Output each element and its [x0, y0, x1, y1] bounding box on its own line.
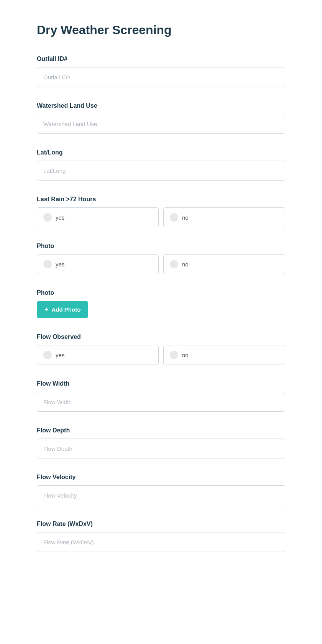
flow-depth-input[interactable]: [37, 439, 285, 458]
flow-width-label: Flow Width: [37, 380, 285, 387]
flow-velocity-section: Flow Velocity: [37, 474, 285, 505]
flow-depth-section: Flow Depth: [37, 427, 285, 458]
flow-observed-no-label: no: [182, 352, 189, 358]
watershed-land-use-section: Watershed Land Use: [37, 102, 285, 134]
photo-yn-yes-label: yes: [56, 261, 64, 268]
add-photo-label: Add Photo: [52, 306, 81, 313]
add-photo-button[interactable]: + Add Photo: [37, 301, 88, 318]
photo-yn-no-option[interactable]: no: [163, 254, 285, 274]
photo-yn-label: Photo: [37, 243, 285, 250]
last-rain-no-option[interactable]: no: [163, 207, 285, 227]
flow-velocity-label: Flow Velocity: [37, 474, 285, 481]
outfall-id-input[interactable]: [37, 67, 285, 87]
photo-upload-label: Photo: [37, 289, 285, 296]
lat-long-label: Lat/Long: [37, 149, 285, 156]
last-rain-yes-option[interactable]: yes: [37, 207, 159, 227]
last-rain-yes-label: yes: [56, 214, 64, 221]
lat-long-input[interactable]: [37, 161, 285, 181]
last-rain-label: Last Rain >72 Hours: [37, 196, 285, 203]
flow-observed-radio-group: yes no: [37, 345, 285, 365]
photo-yn-yes-radio: [43, 260, 52, 268]
last-rain-section: Last Rain >72 Hours yes no: [37, 196, 285, 227]
flow-velocity-input[interactable]: [37, 485, 285, 505]
flow-rate-section: Flow Rate (WxDxV): [37, 521, 285, 552]
flow-observed-label: Flow Observed: [37, 334, 285, 340]
outfall-id-section: Outfall ID#: [37, 56, 285, 87]
flow-rate-input[interactable]: [37, 532, 285, 552]
flow-observed-yes-option[interactable]: yes: [37, 345, 159, 365]
flow-observed-section: Flow Observed yes no: [37, 334, 285, 365]
flow-observed-no-radio: [170, 351, 178, 359]
flow-observed-yes-label: yes: [56, 352, 64, 358]
last-rain-radio-group: yes no: [37, 207, 285, 227]
last-rain-no-label: no: [182, 214, 189, 221]
flow-depth-label: Flow Depth: [37, 427, 285, 434]
last-rain-yes-radio: [43, 213, 52, 222]
photo-yn-radio-group: yes no: [37, 254, 285, 274]
flow-width-section: Flow Width: [37, 380, 285, 412]
outfall-id-label: Outfall ID#: [37, 56, 285, 62]
lat-long-section: Lat/Long: [37, 149, 285, 181]
flow-rate-label: Flow Rate (WxDxV): [37, 521, 285, 527]
flow-observed-no-option[interactable]: no: [163, 345, 285, 365]
photo-yn-no-radio: [170, 260, 178, 268]
watershed-land-use-input[interactable]: [37, 114, 285, 134]
flow-width-input[interactable]: [37, 392, 285, 412]
page-title: Dry Weather Screening: [37, 23, 285, 37]
watershed-land-use-label: Watershed Land Use: [37, 102, 285, 109]
plus-icon: +: [44, 306, 49, 314]
photo-yn-no-label: no: [182, 261, 189, 268]
photo-yn-yes-option[interactable]: yes: [37, 254, 159, 274]
photo-yn-section: Photo yes no: [37, 243, 285, 274]
last-rain-no-radio: [170, 213, 178, 222]
photo-upload-section: Photo + Add Photo: [37, 289, 285, 318]
flow-observed-yes-radio: [43, 351, 52, 359]
